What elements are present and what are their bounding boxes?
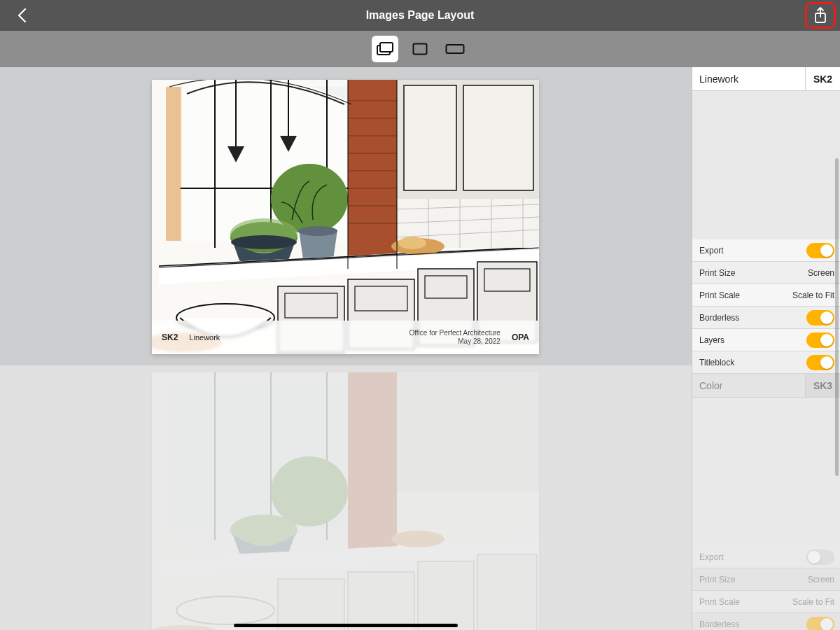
toggle-borderless[interactable] [806,617,834,631]
svg-point-32 [298,226,337,236]
layout-mode-wide[interactable] [442,36,468,62]
setting-label: Titleblock [699,358,734,368]
setting-value: Scale to Fit [792,597,834,607]
layout-mode-stack[interactable] [372,36,398,62]
setting-value: Scale to Fit [792,290,834,300]
sheet-name: Linework [189,333,220,342]
stack-icon [376,41,394,57]
preview-area: SK2 Linework Office for Perfect Architec… [0,67,692,630]
setting-export[interactable]: Export [692,546,840,568]
share-button[interactable] [812,7,829,24]
svg-rect-38 [463,85,533,190]
chevron-left-icon [17,8,28,23]
svg-rect-26 [166,87,181,241]
panel-thumbnail[interactable] [692,91,840,239]
setting-label: Borderless [699,313,739,323]
preview-card: SK2 Linework Office for Perfect Architec… [152,80,539,354]
scrollbar[interactable] [835,158,839,476]
panel-settings: Export Print Size Screen Print Scale Sca… [692,546,840,630]
setting-export[interactable]: Export [692,239,840,262]
firm-logo: OPA [512,332,529,342]
highlight-share [805,2,836,29]
toggle-borderless[interactable] [806,310,834,326]
svg-rect-68 [397,372,539,491]
navbar: Images Page Layout [0,0,840,31]
setting-borderless[interactable]: Borderless [692,307,840,329]
toggle-layers[interactable] [806,332,834,348]
setting-label: Print Size [699,575,735,584]
setting-print-size[interactable]: Print Size Screen [692,262,840,284]
panel-name: Linework [692,74,805,85]
page-title: Images Page Layout [366,9,475,22]
home-indicator [234,624,458,627]
setting-label: Export [699,552,724,562]
setting-label: Layers [699,335,724,345]
single-icon [412,43,428,55]
toggle-titleblock[interactable] [806,355,834,370]
svg-rect-74 [418,561,474,630]
svg-point-69 [391,531,444,547]
setting-label: Print Scale [699,290,740,300]
svg-rect-5 [447,45,464,53]
sheet-date: May 28, 2022 [409,337,500,346]
layout-mode-toolbar [0,31,840,67]
svg-point-48 [398,237,426,249]
panel-header[interactable]: Color SK3 [692,374,840,398]
svg-rect-75 [477,554,537,630]
panel-code: SK2 [805,67,840,90]
setting-label: Print Scale [699,597,740,607]
setting-print-size[interactable]: Print Size Screen [692,568,840,591]
sketch-artwork [152,372,539,630]
wide-icon [445,43,465,55]
toggle-export[interactable] [806,550,834,565]
setting-value: Screen [808,268,834,278]
panel-name: Color [692,380,805,391]
preview-page-2[interactable] [0,365,692,630]
svg-rect-73 [348,572,414,630]
titleblock: SK2 Linework Office for Perfect Architec… [152,321,539,354]
svg-rect-13 [348,80,397,269]
share-icon [813,7,827,24]
setting-print-scale[interactable]: Print Scale Scale to Fit [692,284,840,307]
setting-print-scale[interactable]: Print Scale Scale to Fit [692,591,840,613]
side-panel: Linework SK2 Export Print Size Screen Pr… [692,67,840,630]
sketch-artwork [152,80,539,354]
setting-label: Export [699,246,724,255]
firm-name: Office for Perfect Architecture [409,329,500,338]
svg-point-31 [231,235,297,249]
panel-settings: Export Print Size Screen Print Scale Sca… [692,239,840,374]
sheet-code: SK2 [162,332,178,342]
panel-header[interactable]: Linework SK2 [692,67,840,91]
svg-rect-3 [380,43,393,52]
setting-borderless[interactable]: Borderless [692,613,840,630]
layout-mode-single[interactable] [407,36,433,62]
svg-point-65 [271,456,348,526]
svg-rect-37 [404,85,456,190]
preview-card [152,372,539,630]
svg-rect-72 [278,579,344,630]
svg-rect-4 [414,44,427,55]
back-button[interactable] [13,6,32,25]
panel-thumbnail[interactable] [692,398,840,546]
svg-rect-61 [348,372,397,561]
titleblock-meta: Office for Perfect Architecture May 28, … [409,329,500,346]
setting-label: Print Size [699,268,735,278]
preview-page-1[interactable]: SK2 Linework Office for Perfect Architec… [0,67,692,365]
setting-value: Screen [808,575,834,584]
toggle-export[interactable] [806,243,834,258]
setting-layers[interactable]: Layers [692,329,840,351]
setting-titleblock[interactable]: Titleblock [692,351,840,374]
setting-label: Borderless [699,620,739,629]
